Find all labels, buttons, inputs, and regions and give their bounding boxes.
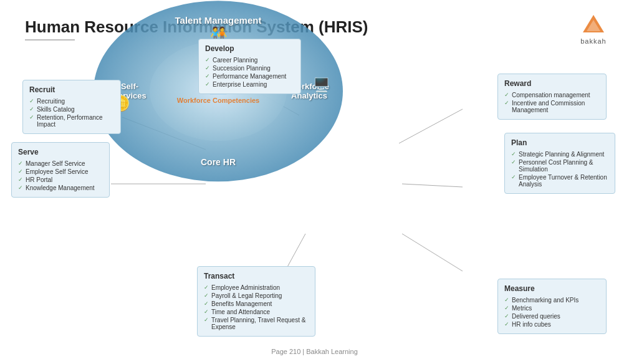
list-item: Payroll & Legal Reporting (204, 292, 309, 300)
list-item: Manager Self Service (18, 160, 103, 168)
list-item: HR info cubes (504, 320, 600, 328)
list-item: Benchmarking and KPIs (504, 296, 600, 304)
svg-line-7 (287, 234, 305, 268)
develop-title: Develop (205, 44, 294, 53)
core-hr-label: Core HR (187, 157, 249, 167)
plan-box: Plan Strategic Planning & Alignment Pers… (504, 133, 615, 194)
measure-list: Benchmarking and KPIs Metrics Delivered … (504, 296, 600, 328)
list-item: Personnel Cost Planning & Simulation (511, 158, 608, 173)
measure-box: Measure Benchmarking and KPIs Metrics De… (497, 279, 607, 334)
talent-management-label: Talent Management (168, 15, 268, 26)
plan-list: Strategic Planning & Alignment Personnel… (511, 150, 608, 188)
serve-title: Serve (18, 148, 103, 156)
reward-title: Reward (504, 79, 600, 88)
title-underline (25, 39, 75, 41)
transact-box: Transact Employee Administration Payroll… (197, 266, 315, 337)
list-item: Enterprise Learning (205, 80, 294, 89)
bakkah-logo-icon (580, 14, 607, 36)
svg-line-6 (402, 184, 463, 187)
workforce-competencies-label: Workforce Competencies (177, 96, 259, 105)
list-item: HR Portal (18, 176, 103, 184)
serve-list: Manager Self Service Employee Self Servi… (18, 160, 103, 192)
recruit-box: Recruit Recruiting Skills Catalog Retent… (22, 80, 121, 134)
list-item: Employee Self Service (18, 168, 103, 176)
list-item: Incentive and Commission Management (504, 99, 600, 114)
list-item: Retention, Performance Impact (29, 113, 114, 128)
recruit-list: Recruiting Skills Catalog Retention, Per… (29, 97, 114, 128)
logo: bakkah (580, 14, 607, 45)
list-item: Skills Catalog (29, 105, 114, 113)
list-item: Recruiting (29, 97, 114, 105)
serve-box: Serve Manager Self Service Employee Self… (11, 142, 110, 198)
footer: Page 210 | Bakkah Learning (0, 348, 629, 355)
list-item: Career Planning (205, 56, 294, 64)
transact-list: Employee Administration Payroll & Legal … (204, 284, 309, 331)
develop-list: Career Planning Succession Planning Perf… (205, 56, 294, 89)
recruit-title: Recruit (29, 85, 114, 94)
list-item: Strategic Planning & Alignment (511, 150, 608, 158)
list-item: Benefits Management (204, 300, 309, 308)
list-item: Delivered queries (504, 312, 600, 320)
list-item: Metrics (504, 304, 600, 312)
list-item: Time and Attendance (204, 308, 309, 316)
list-item: Employee Administration (204, 284, 309, 292)
transact-title: Transact (204, 272, 309, 280)
plan-title: Plan (511, 138, 608, 147)
list-item: Succession Planning (205, 64, 294, 72)
list-item: Performance Management (205, 72, 294, 80)
page-container: Human Resource Information System (HRIS)… (0, 0, 629, 364)
list-item: Employee Turnover & Retention Analysis (511, 173, 608, 188)
list-item: Knowledge Management (18, 184, 103, 192)
screen-icon: 🖥️ (313, 77, 330, 93)
reward-box: Reward Compensation management Incentive… (497, 74, 607, 120)
svg-line-8 (402, 234, 463, 271)
list-item: Compensation management (504, 91, 600, 99)
reward-list: Compensation management Incentive and Co… (504, 91, 600, 114)
logo-text: bakkah (580, 37, 606, 45)
svg-line-5 (399, 109, 463, 143)
list-item: Travel Planning, Travel Request & Expens… (204, 316, 309, 331)
develop-box: Develop Career Planning Succession Plann… (198, 39, 301, 94)
measure-title: Measure (504, 284, 600, 293)
